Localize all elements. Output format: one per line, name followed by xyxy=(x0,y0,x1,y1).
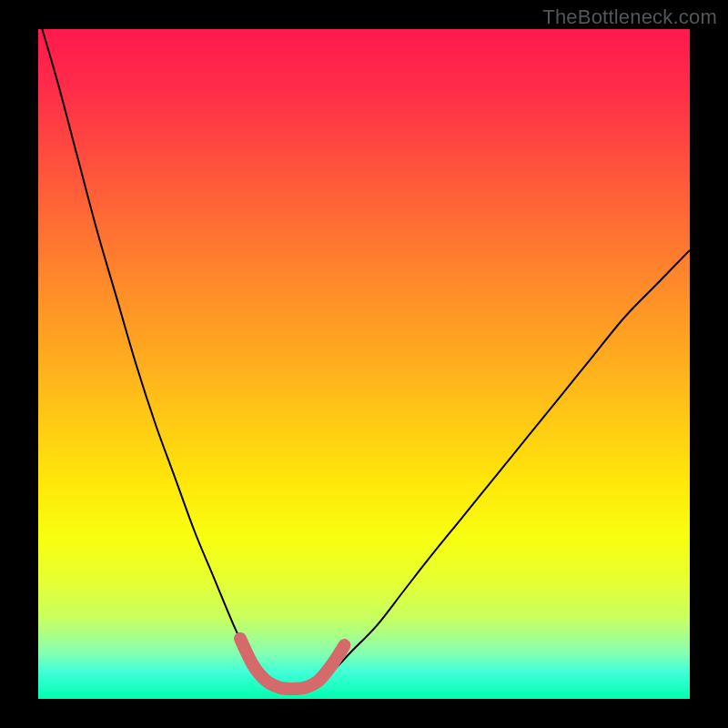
curve-svg xyxy=(38,29,690,699)
left-curve xyxy=(38,29,273,685)
highlight-arc xyxy=(240,639,345,689)
right-curve xyxy=(312,250,690,685)
watermark-text: TheBottleneck.com xyxy=(542,5,717,29)
chart-container: TheBottleneck.com xyxy=(0,0,728,728)
plot-area xyxy=(38,29,690,699)
